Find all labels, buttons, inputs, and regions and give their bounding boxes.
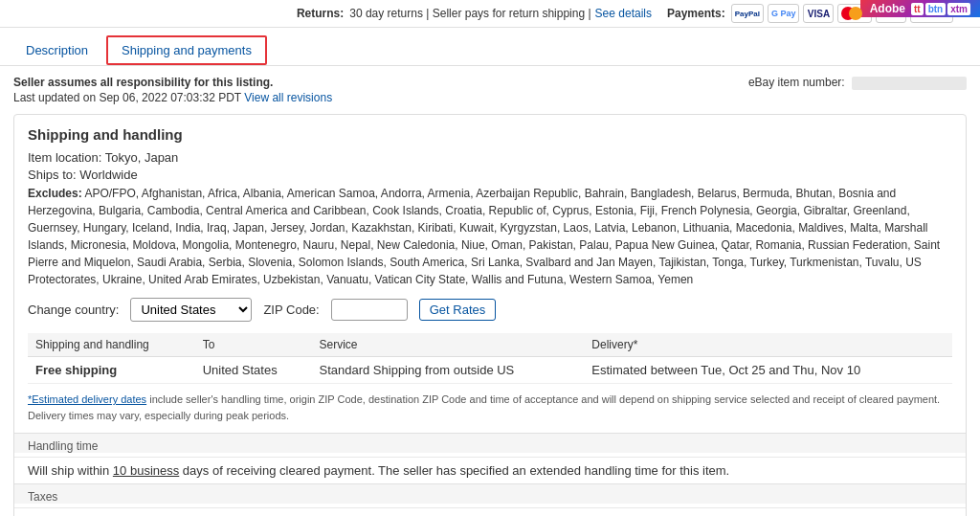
table-row: Free shipping United States Standard Shi… bbox=[28, 357, 952, 384]
free-shipping-text: Free shipping bbox=[35, 363, 117, 377]
zip-input[interactable] bbox=[331, 299, 408, 321]
col-to: To bbox=[195, 333, 312, 357]
col-service: Service bbox=[312, 333, 585, 357]
estimated-delivery-link[interactable]: *Estimated delivery dates bbox=[28, 393, 146, 405]
change-country-label: Change country: bbox=[28, 303, 119, 317]
content-wrapper: Seller assumes all responsibility for th… bbox=[0, 66, 980, 516]
item-location-value: Tokyo, Japan bbox=[105, 150, 179, 165]
tab-shipping[interactable]: Shipping and payments bbox=[106, 35, 267, 65]
last-updated-row: Last updated on Sep 06, 2022 07:03:32 PD… bbox=[13, 91, 332, 104]
returns-label: Returns: bbox=[297, 7, 344, 20]
country-select[interactable]: United States Canada United Kingdom bbox=[130, 298, 252, 322]
tabs-row: Description Shipping and payments bbox=[0, 28, 980, 66]
ships-to-row: Ships to: Worldwide bbox=[28, 168, 952, 182]
payments-label: Payments: bbox=[667, 7, 725, 20]
handling-time-section: Handling time bbox=[14, 433, 966, 453]
handling-time-content: Will ship within 10 business days of rec… bbox=[14, 457, 966, 483]
shipping-table: Shipping and handling To Service Deliver… bbox=[28, 333, 952, 384]
col-delivery: Delivery* bbox=[584, 333, 952, 357]
paypal-icon: PayPal bbox=[731, 4, 764, 23]
cell-shipping: Free shipping bbox=[28, 357, 195, 384]
visa-icon: VISA bbox=[803, 4, 834, 23]
see-details-link[interactable]: See details bbox=[595, 7, 652, 20]
taxes-title: Taxes bbox=[28, 490, 952, 504]
get-rates-button[interactable]: Get Rates bbox=[419, 299, 497, 321]
delivery-note: *Estimated delivery dates include seller… bbox=[28, 392, 952, 423]
last-updated-text: Last updated on Sep 06, 2022 07:03:32 PD… bbox=[13, 91, 241, 104]
taxes-content: Taxes may be applicable at checkout. Lea… bbox=[14, 507, 966, 516]
adobe-label: Adobe bbox=[870, 2, 905, 15]
seller-note: Seller assumes all responsibility for th… bbox=[13, 76, 332, 89]
adobe-banner: Adobe tt btn xtm bbox=[860, 0, 980, 17]
handling-time-text1: Will ship within bbox=[28, 463, 113, 478]
header-row: Seller assumes all responsibility for th… bbox=[13, 76, 967, 106]
top-bar: Returns: 30 day returns | Seller pays fo… bbox=[0, 0, 980, 28]
gpay-icon: G Pay bbox=[768, 4, 800, 23]
returns-info: Returns: 30 day returns | Seller pays fo… bbox=[297, 7, 652, 20]
handling-time-title: Handling time bbox=[28, 439, 952, 453]
col-shipping-handling: Shipping and handling bbox=[28, 333, 195, 357]
handling-time-text2: days of receiving cleared payment. The s… bbox=[179, 463, 729, 478]
cell-service: Standard Shipping from outside US bbox=[312, 357, 585, 384]
delivery-note-text: include seller's handling time, origin Z… bbox=[28, 393, 940, 421]
change-country-row: Change country: United States Canada Uni… bbox=[28, 298, 952, 322]
shipping-table-header: Shipping and handling To Service Deliver… bbox=[28, 333, 952, 357]
ships-to-value: Worldwide bbox=[79, 168, 137, 182]
excludes-row: Excludes: APO/FPO, Afghanistan, Africa, … bbox=[28, 185, 952, 288]
shipping-title: Shipping and handling bbox=[28, 126, 952, 143]
ebay-item-label: eBay item number: bbox=[748, 76, 845, 89]
mastercard-icon bbox=[837, 4, 872, 23]
ebay-item-number: eBay item number: bbox=[748, 76, 967, 90]
view-revisions-link[interactable]: View all revisions bbox=[244, 91, 332, 104]
excludes-value: APO/FPO, Afghanistan, Africa, Albania, A… bbox=[28, 187, 940, 286]
adobe-icons: tt btn xtm bbox=[911, 3, 970, 15]
zip-code-label: ZIP Code: bbox=[263, 303, 319, 317]
taxes-section: Taxes bbox=[14, 483, 966, 504]
shipping-handling-section: Shipping and handling Item location: Tok… bbox=[13, 114, 967, 516]
ebay-item-value bbox=[852, 77, 967, 90]
seller-info: Seller assumes all responsibility for th… bbox=[13, 76, 332, 106]
cell-to: United States bbox=[195, 357, 312, 384]
business-days-text: 10 business bbox=[113, 463, 179, 478]
returns-value: 30 day returns | Seller pays for return … bbox=[349, 7, 590, 20]
tab-description[interactable]: Description bbox=[11, 36, 102, 64]
item-location-row: Item location: Tokyo, Japan bbox=[28, 150, 952, 165]
cell-delivery: Estimated between Tue, Oct 25 and Thu, N… bbox=[584, 357, 952, 384]
